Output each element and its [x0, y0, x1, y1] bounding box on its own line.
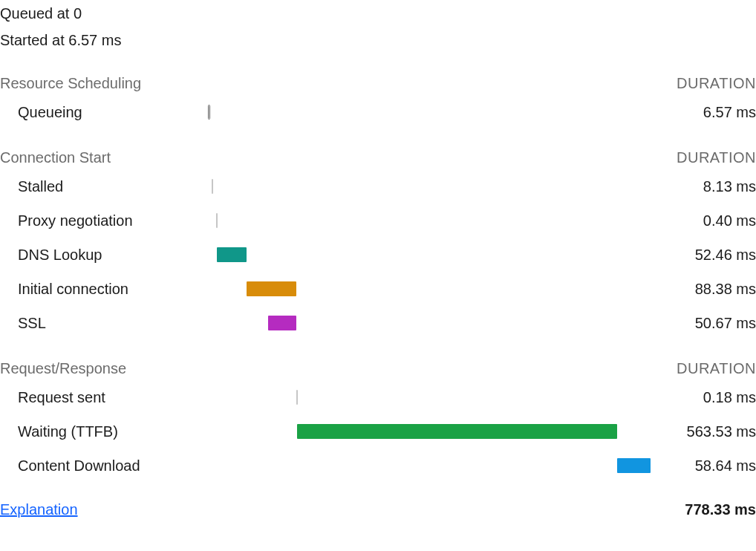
total-duration-value: 778.33 ms — [685, 499, 756, 520]
timing-bar-track — [208, 423, 651, 440]
timing-row-label: Initial connection — [0, 278, 208, 299]
timing-bar — [297, 424, 618, 439]
timing-bar — [268, 316, 297, 330]
timing-bar-track — [208, 103, 651, 121]
timing-bar — [216, 213, 218, 228]
section-header: Resource SchedulingDURATION — [0, 55, 756, 95]
section-title: Connection Start — [0, 147, 111, 168]
timing-row-label: Content Download — [0, 455, 208, 476]
section-header: Request/ResponseDURATION — [0, 340, 756, 380]
timing-bar — [247, 281, 297, 296]
timing-bar-track — [208, 177, 651, 195]
timing-row-label: Proxy negotiation — [0, 210, 208, 231]
timing-bar-track — [208, 388, 651, 406]
timing-bar — [617, 458, 651, 473]
timing-row-value: 8.13 ms — [659, 176, 756, 197]
timing-row-value: 0.18 ms — [659, 387, 756, 408]
section-header: Connection StartDURATION — [0, 129, 756, 169]
timing-bar-track — [208, 314, 651, 332]
timing-bar-track — [208, 457, 651, 475]
timing-row: Queueing6.57 ms — [0, 95, 756, 129]
timing-row-value: 52.46 ms — [659, 244, 756, 265]
timing-bar — [217, 247, 247, 262]
timing-row-value: 88.38 ms — [659, 278, 756, 299]
timing-row-label: Queueing — [0, 102, 208, 123]
timing-row-value: 563.53 ms — [659, 421, 756, 442]
timing-row-label: SSL — [0, 313, 208, 333]
timing-bar-track — [208, 212, 651, 229]
timing-row: Content Download58.64 ms — [0, 449, 756, 483]
timing-row-value: 58.64 ms — [659, 455, 756, 476]
timing-row: Proxy negotiation0.40 ms — [0, 203, 756, 238]
timing-bar — [208, 105, 210, 120]
timing-panel: Queued at 0 Started at 6.57 ms Resource … — [0, 0, 756, 520]
timing-row: Request sent0.18 ms — [0, 380, 756, 414]
started-at-line: Started at 6.57 ms — [0, 28, 756, 55]
timing-row-value: 6.57 ms — [659, 102, 756, 123]
timing-row: Initial connection88.38 ms — [0, 272, 756, 306]
timing-row: DNS Lookup52.46 ms — [0, 238, 756, 272]
section-title: Resource Scheduling — [0, 73, 141, 94]
timing-bar — [296, 390, 298, 405]
timing-row: Waiting (TTFB)563.53 ms — [0, 414, 756, 449]
timing-bar — [212, 179, 213, 194]
section-title: Request/Response — [0, 358, 126, 379]
queued-at-line: Queued at 0 — [0, 1, 756, 28]
timing-row: SSL50.67 ms — [0, 306, 756, 340]
duration-column-header: DURATION — [677, 147, 756, 168]
explanation-link[interactable]: Explanation — [0, 499, 78, 520]
duration-column-header: DURATION — [677, 358, 756, 379]
timing-row: Stalled8.13 ms — [0, 169, 756, 203]
timing-row-label: DNS Lookup — [0, 244, 208, 265]
timing-row-value: 0.40 ms — [659, 210, 756, 231]
timing-bar-track — [208, 280, 651, 298]
timing-row-value: 50.67 ms — [659, 313, 756, 333]
timing-row-label: Request sent — [0, 387, 208, 408]
timing-row-label: Stalled — [0, 176, 208, 197]
timing-bar-track — [208, 246, 651, 264]
duration-column-header: DURATION — [677, 73, 756, 94]
timing-row-label: Waiting (TTFB) — [0, 421, 208, 442]
